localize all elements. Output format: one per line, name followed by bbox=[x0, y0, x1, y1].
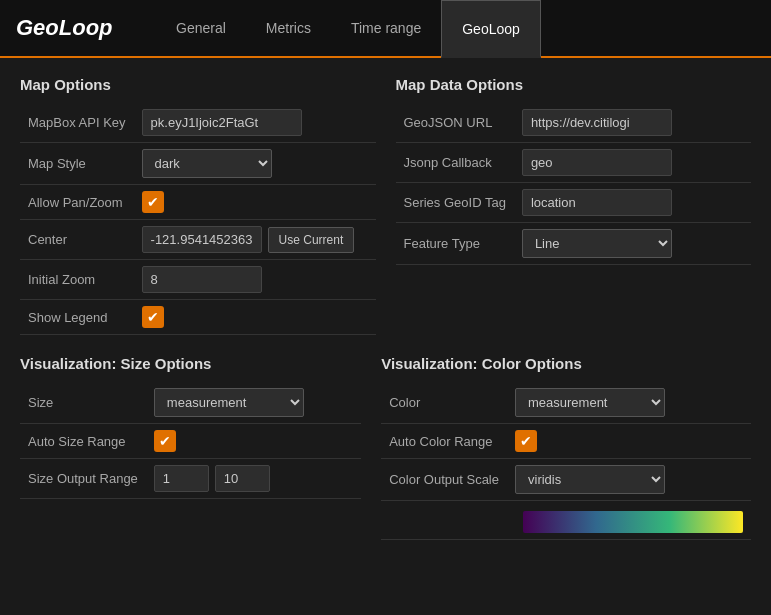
table-row: Color measurement fixed bbox=[381, 382, 751, 424]
map-style-select[interactable]: dark light streets satellite bbox=[142, 149, 272, 178]
size-select[interactable]: measurement fixed bbox=[154, 388, 304, 417]
table-row: Jsonp Callback bbox=[396, 143, 752, 183]
mapbox-api-key-label: MapBox API Key bbox=[20, 103, 134, 143]
nav-tabs: General Metrics Time range GeoLoop bbox=[156, 0, 541, 56]
map-style-cell: dark light streets satellite bbox=[134, 143, 376, 185]
geojson-url-label: GeoJSON URL bbox=[396, 103, 514, 143]
color-output-scale-select[interactable]: viridis plasma inferno magma bbox=[515, 465, 665, 494]
table-row: Series GeoID Tag bbox=[396, 183, 752, 223]
color-label: Color bbox=[381, 382, 507, 424]
vis-color-panel: Visualization: Color Options Color measu… bbox=[381, 355, 751, 540]
geojson-url-cell bbox=[514, 103, 751, 143]
header: GeoLoop General Metrics Time range GeoLo… bbox=[0, 0, 771, 58]
main-content: Map Options MapBox API Key Map Style dar… bbox=[0, 58, 771, 558]
auto-color-range-label: Auto Color Range bbox=[381, 424, 507, 459]
color-select[interactable]: measurement fixed bbox=[515, 388, 665, 417]
vis-size-title: Visualization: Size Options bbox=[20, 355, 361, 372]
map-options-table: MapBox API Key Map Style dark light stre… bbox=[20, 103, 376, 335]
show-legend-checkbox[interactable]: ✔ bbox=[142, 306, 164, 328]
vis-panels-row: Visualization: Size Options Size measure… bbox=[20, 355, 751, 540]
color-output-scale-label: Color Output Scale bbox=[381, 459, 507, 501]
vis-color-title: Visualization: Color Options bbox=[381, 355, 751, 372]
tab-geoloop[interactable]: GeoLoop bbox=[441, 0, 541, 58]
auto-size-range-cell: ✔ bbox=[146, 424, 361, 459]
table-row: Auto Size Range ✔ bbox=[20, 424, 361, 459]
jsonp-callback-cell bbox=[514, 143, 751, 183]
table-row: Feature Type Line Point Polygon bbox=[396, 223, 752, 265]
map-data-options-table: GeoJSON URL Jsonp Callback Series GeoID … bbox=[396, 103, 752, 265]
tab-time-range[interactable]: Time range bbox=[331, 0, 441, 58]
mapbox-api-key-cell bbox=[134, 103, 376, 143]
initial-zoom-label: Initial Zoom bbox=[20, 260, 134, 300]
auto-color-range-checkbox[interactable]: ✔ bbox=[515, 430, 537, 452]
size-range-from-input[interactable] bbox=[154, 465, 209, 492]
show-legend-label: Show Legend bbox=[20, 300, 134, 335]
allow-pan-zoom-label: Allow Pan/Zoom bbox=[20, 185, 134, 220]
series-geoid-tag-label: Series GeoID Tag bbox=[396, 183, 514, 223]
center-label: Center bbox=[20, 220, 134, 260]
feature-type-label: Feature Type bbox=[396, 223, 514, 265]
mapbox-api-key-input[interactable] bbox=[142, 109, 302, 136]
series-geoid-tag-cell bbox=[514, 183, 751, 223]
color-scale-bar-label bbox=[381, 501, 507, 540]
color-cell: measurement fixed bbox=[507, 382, 751, 424]
size-output-range-cell bbox=[146, 459, 361, 499]
feature-type-select[interactable]: Line Point Polygon bbox=[522, 229, 672, 258]
color-scale-bar bbox=[523, 511, 743, 533]
center-input-row: Use Current bbox=[142, 226, 368, 253]
series-geoid-tag-input[interactable] bbox=[522, 189, 672, 216]
table-row: Show Legend ✔ bbox=[20, 300, 376, 335]
use-current-button[interactable]: Use Current bbox=[268, 227, 355, 253]
size-range-to-input[interactable] bbox=[215, 465, 270, 492]
table-row: MapBox API Key bbox=[20, 103, 376, 143]
vis-size-panel: Visualization: Size Options Size measure… bbox=[20, 355, 361, 540]
vis-size-table: Size measurement fixed Auto Size Range ✔ bbox=[20, 382, 361, 499]
table-row: Color Output Scale viridis plasma infern… bbox=[381, 459, 751, 501]
center-input[interactable] bbox=[142, 226, 262, 253]
map-options-title: Map Options bbox=[20, 76, 376, 93]
geojson-url-input[interactable] bbox=[522, 109, 672, 136]
top-panels-row: Map Options MapBox API Key Map Style dar… bbox=[20, 76, 751, 335]
map-options-panel: Map Options MapBox API Key Map Style dar… bbox=[20, 76, 376, 335]
table-row: GeoJSON URL bbox=[396, 103, 752, 143]
tab-metrics[interactable]: Metrics bbox=[246, 0, 331, 58]
table-row: Auto Color Range ✔ bbox=[381, 424, 751, 459]
vis-color-table: Color measurement fixed Auto Color Range… bbox=[381, 382, 751, 540]
map-data-options-title: Map Data Options bbox=[396, 76, 752, 93]
auto-size-range-label: Auto Size Range bbox=[20, 424, 146, 459]
table-row: Map Style dark light streets satellite bbox=[20, 143, 376, 185]
app-logo: GeoLoop bbox=[16, 15, 116, 41]
table-row: Allow Pan/Zoom ✔ bbox=[20, 185, 376, 220]
table-row bbox=[381, 501, 751, 540]
show-legend-cell: ✔ bbox=[134, 300, 376, 335]
auto-color-range-cell: ✔ bbox=[507, 424, 751, 459]
center-cell: Use Current bbox=[134, 220, 376, 260]
auto-size-range-checkbox[interactable]: ✔ bbox=[154, 430, 176, 452]
feature-type-cell: Line Point Polygon bbox=[514, 223, 751, 265]
size-output-range-label: Size Output Range bbox=[20, 459, 146, 499]
initial-zoom-input[interactable] bbox=[142, 266, 262, 293]
tab-general[interactable]: General bbox=[156, 0, 246, 58]
table-row: Initial Zoom bbox=[20, 260, 376, 300]
table-row: Center Use Current bbox=[20, 220, 376, 260]
jsonp-callback-input[interactable] bbox=[522, 149, 672, 176]
color-scale-bar-cell bbox=[507, 501, 751, 540]
size-cell: measurement fixed bbox=[146, 382, 361, 424]
size-output-range-inputs bbox=[154, 465, 353, 492]
color-output-scale-cell: viridis plasma inferno magma bbox=[507, 459, 751, 501]
initial-zoom-cell bbox=[134, 260, 376, 300]
table-row: Size measurement fixed bbox=[20, 382, 361, 424]
map-style-label: Map Style bbox=[20, 143, 134, 185]
map-data-options-panel: Map Data Options GeoJSON URL Jsonp Callb… bbox=[396, 76, 752, 335]
jsonp-callback-label: Jsonp Callback bbox=[396, 143, 514, 183]
allow-pan-zoom-checkbox[interactable]: ✔ bbox=[142, 191, 164, 213]
allow-pan-zoom-cell: ✔ bbox=[134, 185, 376, 220]
table-row: Size Output Range bbox=[20, 459, 361, 499]
size-label: Size bbox=[20, 382, 146, 424]
